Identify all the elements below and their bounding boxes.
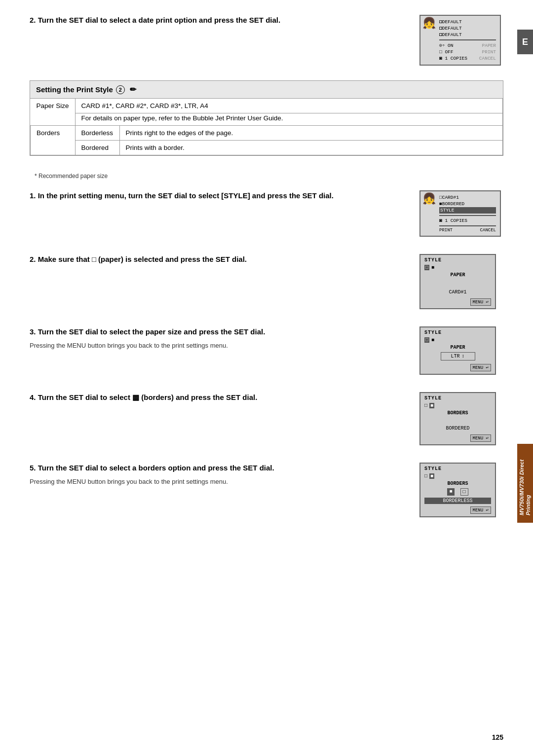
lcd4-borders-text: BORDERS (424, 410, 491, 416)
lcd2-menu: MENU ↩ (424, 297, 491, 306)
lcd0-row3: ◘DEFAULT (439, 32, 496, 38)
lcd3-ltr-row: LTR ↕ (441, 352, 475, 360)
tab-direct-label: MV750i/MV730i Direct Printing (519, 451, 532, 515)
lcd4-menu: MENU ↩ (424, 433, 491, 442)
lcd5-borderless-text: BORDERLESS (424, 498, 491, 504)
step3-heading: 3. Turn the SET dial to select the paper… (30, 326, 410, 337)
step4-heading: 4. Turn the SET dial to select ▩ (border… (30, 392, 410, 402)
lcd4-spacer (424, 418, 491, 424)
step5-text: 5. Turn the SET dial to select a borders… (30, 463, 410, 487)
lcd0-paper-label: PAPER (482, 43, 496, 48)
lcd3-borders-icon: ■ (431, 337, 434, 343)
lcd-step3: STYLE □ ■ PAPER LTR ↕ MENU ↩ (419, 326, 496, 375)
lcd4-bordered-text: BORDERED (424, 426, 491, 431)
lcd5-borders-icon: ■ (429, 473, 434, 479)
lcd2-menu-btn: MENU ↩ (470, 298, 491, 306)
lcd5-borders-text: BORDERS (424, 481, 491, 486)
bordered-label: Bordered (75, 141, 119, 155)
lcd1-content: □CARD#1 ■BORDERED STYLE ◙ 1 COPIES PRINT… (439, 194, 496, 233)
lcd2-icons: □ ■ (424, 265, 491, 270)
print-style-section: Setting the Print Style 2 ✏ Paper Size C… (30, 80, 503, 156)
step0-lcd: 👧 ◘DEFAULT ◘DEFAULT ◘DEFAULT ⊙÷ ON PAPER… (419, 15, 503, 66)
table-row-papersize: Paper Size CARD #1*, CARD #2*, CARD #3*,… (31, 99, 503, 113)
lcd5-paper-icon: □ (424, 473, 427, 479)
lcd3-icons: □ ■ (424, 337, 491, 343)
papersize-value1: CARD #1*, CARD #2*, CARD #3*, LTR, A4 (75, 99, 502, 113)
lcd1-cancel: CANCEL (480, 228, 496, 233)
lcd-step0: 👧 ◘DEFAULT ◘DEFAULT ◘DEFAULT ⊙÷ ON PAPER… (419, 15, 501, 66)
tab-direct-printing: MV750i/MV730i Direct Printing (517, 444, 533, 523)
lcd1-print: PRINT (439, 228, 453, 233)
print-style-heading-text: Setting the Print Style (36, 85, 113, 94)
step0-text: 2. Turn the SET dial to select a date pr… (30, 15, 410, 29)
papersize-value2: For details on paper type, refer to the … (75, 113, 502, 126)
lcd-step4: STYLE □ ■ BORDERS BORDERED MENU ↩ (419, 392, 496, 445)
lcd4-icons: □ ■ (424, 403, 491, 408)
step5-lcd-container: STYLE □ ■ BORDERS ■ □ BORDERLESS MENU ↩ (419, 463, 503, 517)
character-icon-1: 👧 (422, 192, 436, 206)
lcd0-on-label: ⊙÷ ON (439, 42, 454, 48)
step1-text: 1. In the print setting menu, turn the S… (30, 190, 410, 205)
step0-heading: 2. Turn the SET dial to select a date pr… (30, 15, 410, 25)
print-style-header: Setting the Print Style 2 ✏ (30, 81, 503, 99)
lcd2-title: STYLE (424, 257, 491, 263)
lcd2-borders-icon: ■ (431, 265, 434, 270)
lcd0-row2: ◘DEFAULT (439, 25, 496, 32)
papersize-label: Paper Size (31, 99, 76, 126)
lcd1-divider2 (439, 225, 496, 226)
lcd4-borders-icon: ■ (429, 403, 434, 408)
step2-section: 2. Make sure that □ (paper) is selected … (30, 254, 503, 309)
lcd0-row1: ◘DEFAULT (439, 19, 496, 25)
step1-section: 1. In the print setting menu, turn the S… (30, 190, 503, 237)
step2-lcd-container: STYLE □ ■ PAPER CARD#1 MENU ↩ (419, 254, 503, 309)
style-table: Paper Size CARD #1*, CARD #2*, CARD #3*,… (30, 99, 503, 155)
lcd-step1: 👧 □CARD#1 ■BORDERED STYLE ◙ 1 COPIES PRI… (419, 190, 501, 237)
tab-e: E (517, 30, 533, 54)
lcd4-paper-icon: □ (424, 403, 427, 408)
lcd3-menu-btn: MENU ↩ (470, 364, 491, 371)
page-number: 125 (492, 733, 503, 741)
lcd0-row4: ⊙÷ ON PAPER (439, 42, 496, 49)
lcd5-empty-sq: □ (460, 488, 468, 496)
recommended-note: * Recommended paper size (30, 171, 503, 181)
lcd-step5: STYLE □ ■ BORDERS ■ □ BORDERLESS MENU ↩ (419, 463, 496, 517)
lcd2-card-text: CARD#1 (424, 289, 491, 295)
lcd1-divider (439, 215, 496, 216)
bordered-desc: Prints with a border. (119, 141, 502, 155)
step3-subtext: Pressing the MENU button brings you back… (30, 341, 410, 351)
step5-subtext: Pressing the MENU button brings you back… (30, 477, 410, 487)
lcd5-menu: MENU ↩ (424, 505, 491, 514)
lcd0-off-label: □ OFF (439, 49, 454, 55)
circle-num: 2 (116, 85, 125, 94)
lcd4-menu-btn: MENU ↩ (470, 434, 491, 442)
lcd1-copies-row: ◙ 1 COPIES (439, 217, 496, 224)
borders-label: Borders (31, 126, 76, 155)
lcd1-row2: ■BORDERED (439, 201, 496, 207)
lcd5-icons: □ ■ (424, 473, 491, 479)
step1-heading: 1. In the print setting menu, turn the S… (30, 190, 410, 201)
borderless-label: Borderless (75, 126, 119, 141)
lcd5-menu-btn: MENU ↩ (470, 506, 491, 514)
lcd0-content: ◘DEFAULT ◘DEFAULT ◘DEFAULT ⊙÷ ON PAPER □… (439, 19, 496, 62)
table-row-bordered: Bordered Prints with a border. (31, 141, 503, 155)
lcd1-row1: □CARD#1 (439, 194, 496, 201)
step3-lcd-container: STYLE □ ■ PAPER LTR ↕ MENU ↩ (419, 326, 503, 375)
step5-heading: 5. Turn the SET dial to select a borders… (30, 463, 410, 473)
borderless-desc: Prints right to the edges of the page. (119, 126, 502, 141)
lcd3-arrow: ↕ (462, 354, 465, 359)
lcd3-ltr: LTR (451, 354, 459, 359)
step5-section: 5. Turn the SET dial to select a borders… (30, 463, 503, 517)
lcd0-row5: □ OFF PRINT (439, 49, 496, 55)
lcd0-copies-label: ◙ 1 COPIES (439, 56, 467, 61)
lcd0-cancel-label: CANCEL (479, 56, 496, 61)
step1-lcd-container: 👧 □CARD#1 ■BORDERED STYLE ◙ 1 COPIES PRI… (419, 190, 503, 237)
step3-text: 3. Turn the SET dial to select the paper… (30, 326, 410, 351)
table-row-papersize-detail: For details on paper type, refer to the … (31, 113, 503, 126)
lcd0-row6: ◙ 1 COPIES CANCEL (439, 55, 496, 62)
lcd1-row3: STYLE (439, 207, 496, 214)
step4-text: 4. Turn the SET dial to select ▩ (border… (30, 392, 410, 406)
step0-section: 2. Turn the SET dial to select a date pr… (30, 15, 503, 66)
character-icon-0: 👧 (422, 17, 436, 30)
page-container: E 2. Turn the SET dial to select a date … (0, 0, 533, 756)
step4-lcd-container: STYLE □ ■ BORDERS BORDERED MENU ↩ (419, 392, 503, 445)
